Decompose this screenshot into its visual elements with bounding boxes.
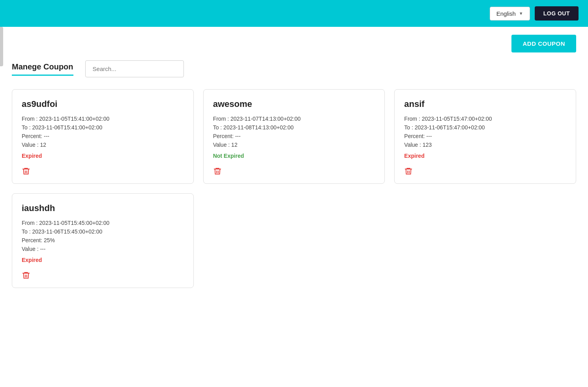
coupon-from: From : 2023-11-05T15:41:00+02:00	[22, 116, 184, 122]
coupon-to: To : 2023-11-06T15:45:00+02:00	[22, 228, 184, 235]
coupons-grid-row1: as9udfoi From : 2023-11-05T15:41:00+02:0…	[12, 89, 576, 184]
coupon-name: ansif	[404, 99, 566, 109]
language-selector[interactable]: English ▼	[490, 7, 530, 21]
coupon-status: Expired	[404, 153, 566, 159]
coupon-percent: Percent: ---	[213, 133, 375, 139]
logout-button[interactable]: LOG OUT	[535, 6, 579, 21]
coupon-from: From : 2023-11-05T15:47:00+02:00	[404, 116, 566, 122]
sidebar-edge	[0, 27, 3, 66]
section-header: Manege Coupon	[12, 60, 576, 77]
coupon-name: as9udfoi	[22, 99, 184, 109]
trash-icon: svg path { stroke: #e53935; stroke-width…	[22, 271, 30, 280]
coupon-from: From : 2023-11-07T14:13:00+02:00	[213, 116, 375, 122]
trash-icon: svg path { stroke: #e53935; stroke-width…	[213, 167, 222, 176]
coupon-name: iaushdh	[22, 203, 184, 213]
coupon-status: Expired	[22, 153, 184, 159]
coupon-card: as9udfoi From : 2023-11-05T15:41:00+02:0…	[12, 89, 194, 184]
language-label: English	[496, 10, 516, 17]
main-content: ADD COUPON Manege Coupon as9udfoi From :…	[0, 27, 588, 387]
trash-icon: svg path { stroke: #e53935; stroke-width…	[404, 167, 413, 176]
coupon-status: Not Expired	[213, 153, 375, 159]
coupons-grid-row2: iaushdh From : 2023-11-05T15:45:00+02:00…	[12, 193, 576, 288]
delete-coupon-button[interactable]: svg path { stroke: #e53935; stroke-width…	[404, 167, 566, 176]
search-input[interactable]	[85, 60, 184, 77]
delete-coupon-button[interactable]: svg path { stroke: #e53935; stroke-width…	[213, 167, 375, 176]
coupon-card: iaushdh From : 2023-11-05T15:45:00+02:00…	[12, 193, 194, 288]
chevron-down-icon: ▼	[519, 11, 523, 16]
coupon-to: To : 2023-11-08T14:13:00+02:00	[213, 124, 375, 131]
coupon-percent: Percent: ---	[22, 133, 184, 139]
coupon-value: Value : 12	[213, 142, 375, 148]
coupon-to: To : 2023-11-06T15:41:00+02:00	[22, 124, 184, 131]
coupon-status: Expired	[22, 257, 184, 263]
coupon-card: awesome From : 2023-11-07T14:13:00+02:00…	[203, 89, 385, 184]
delete-coupon-button[interactable]: svg path { stroke: #e53935; stroke-width…	[22, 167, 184, 176]
coupon-card: ansif From : 2023-11-05T15:47:00+02:00 T…	[394, 89, 576, 184]
page-title: Manege Coupon	[12, 62, 73, 76]
coupon-from: From : 2023-11-05T15:45:00+02:00	[22, 220, 184, 226]
coupon-to: To : 2023-11-06T15:47:00+02:00	[404, 124, 566, 131]
coupon-percent: Percent: ---	[404, 133, 566, 139]
delete-coupon-button[interactable]: svg path { stroke: #e53935; stroke-width…	[22, 271, 184, 280]
coupon-value: Value : ---	[22, 246, 184, 252]
coupon-name: awesome	[213, 99, 375, 109]
coupon-percent: Percent: 25%	[22, 237, 184, 243]
header: English ▼ LOG OUT	[0, 0, 588, 27]
add-coupon-button[interactable]: ADD COUPON	[511, 35, 576, 52]
coupon-value: Value : 123	[404, 142, 566, 148]
topbar: ADD COUPON	[12, 35, 576, 52]
coupon-value: Value : 12	[22, 142, 184, 148]
trash-icon: svg path { stroke: #e53935; stroke-width…	[22, 167, 30, 176]
